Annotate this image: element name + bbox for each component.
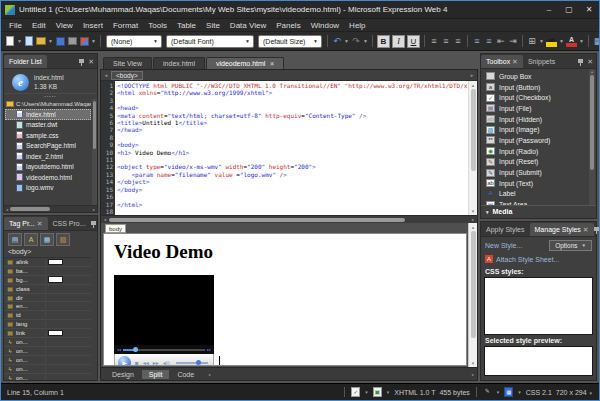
tree-root-folder[interactable]: C:\Users\Muhammad.Waqas\Do (5, 100, 91, 109)
increase-indent-button[interactable]: ⇥ (507, 34, 519, 48)
seek-bar[interactable]: ◂◂ ▸▸ (114, 345, 214, 354)
open-dropdown[interactable]: ▼ (47, 38, 54, 44)
property-value-box[interactable] (48, 259, 63, 266)
menu-tools[interactable]: Tools (143, 21, 172, 30)
align-left-button[interactable]: ≡ (428, 34, 440, 48)
visual-aids-icon[interactable]: ✎ (483, 387, 492, 397)
scroll-left-arrow-icon[interactable]: ◂ (104, 217, 106, 222)
property-row-link[interactable]: ▤link (4, 329, 91, 338)
menu-help[interactable]: Help (344, 21, 370, 30)
menu-data-view[interactable]: Data View (225, 21, 271, 30)
view-tab-code[interactable]: Code (170, 370, 201, 379)
design-canvas[interactable]: Video Demo ◂◂ ▸▸ ▶ ■ (103, 233, 467, 366)
minimize-button[interactable]: – (539, 1, 559, 18)
compatibility-icon[interactable]: ▣ (373, 387, 382, 397)
align-right-button[interactable]: ≡ (452, 34, 464, 48)
bullet-list-button[interactable]: ≡ (483, 34, 495, 48)
file-layoutdemo-html[interactable]: layoutdemo.html (5, 162, 91, 173)
chevron-down-icon[interactable]: ▼ (364, 390, 368, 395)
property-row-on[interactable]: ϟon... (4, 365, 91, 374)
property-value[interactable] (46, 330, 91, 337)
tab-manage-styles[interactable]: Manage Styles ✕ (530, 223, 594, 236)
property-value-box[interactable] (48, 276, 63, 283)
volume-slider[interactable] (176, 362, 208, 364)
table-dropdown[interactable]: ▼ (538, 38, 545, 44)
pin-icon[interactable] (594, 227, 599, 231)
property-row-class[interactable]: ▤class (4, 285, 91, 294)
decrease-indent-button[interactable]: ⇤ (495, 34, 507, 48)
tab-site-view[interactable]: Site View (103, 57, 152, 69)
file-sample-css[interactable]: sample.css (5, 130, 91, 141)
underline-button[interactable]: U (407, 35, 420, 48)
close-button[interactable]: ✕ (579, 1, 599, 18)
new-document-button[interactable] (4, 34, 16, 48)
summary-button[interactable]: ▧ (56, 233, 70, 246)
toolbox-scrollbar[interactable]: ▴ (589, 69, 595, 205)
tab-apply-styles[interactable]: Apply Styles (481, 222, 530, 236)
scroll-down-arrow-icon[interactable]: ▾ (472, 208, 475, 214)
attach-stylesheet-row[interactable]: A Attach Style Sheet... (481, 252, 596, 266)
doctype-label[interactable]: XHTML 1.0 T (394, 389, 435, 396)
tab-videodemo-html[interactable]: videodemo.html✕ (206, 57, 284, 69)
highlight-button[interactable]: ab (545, 34, 558, 48)
attach-stylesheet-link[interactable]: Attach Style Sheet... (496, 256, 559, 263)
file-logo-wmv[interactable]: logo.wmv (5, 183, 91, 194)
borders-button[interactable]: ▦ (592, 34, 600, 48)
menu-file[interactable]: File (4, 21, 27, 30)
tab-index-html[interactable]: index.html (153, 57, 205, 69)
maximize-button[interactable]: ▢ (559, 1, 579, 18)
media-player[interactable]: ◂◂ ▸▸ ▶ ■ ◂◂ ▸▸ ◂)) (114, 275, 214, 366)
print-button[interactable] (66, 34, 78, 48)
tab-toolbox[interactable]: Toolbox ✕ (481, 55, 523, 68)
property-value-box[interactable] (48, 330, 63, 337)
toolbox-item-input-radio[interactable]: ◉Input (Radio) (486, 146, 587, 157)
italic-button[interactable]: I (392, 35, 405, 48)
view-tab-design[interactable]: Design (105, 370, 141, 379)
design-vertical-scrollbar[interactable]: ▴ ▾ (468, 223, 477, 367)
pin-icon[interactable] (91, 221, 96, 225)
font-color-dropdown[interactable]: ▼ (578, 38, 585, 44)
alphabetical-view-button[interactable]: A (24, 233, 38, 246)
property-row-on[interactable]: ϟon... (4, 347, 91, 356)
code-editor[interactable]: <!DOCTYPE html PUBLIC "-//W3C//DTD XHTML… (115, 81, 468, 215)
mute-button[interactable]: ◂)) (163, 360, 170, 366)
property-row-id[interactable]: ▤id (4, 311, 91, 320)
file-index-2-html[interactable]: index_2.html (5, 151, 91, 162)
style-select[interactable]: (None)▼ (106, 35, 162, 48)
file-videodemo-html[interactable]: videodemo.html (5, 172, 91, 183)
undo-dropdown[interactable]: ▼ (343, 38, 350, 44)
toolbox-item-input-image[interactable]: ▨Input (Image) (486, 124, 587, 135)
breadcrumb-right-arrow-icon[interactable]: ▸ (467, 72, 477, 78)
toolbox-item-input-reset[interactable]: ✎Input (Reset) (486, 157, 587, 168)
play-button[interactable]: ▶ (118, 356, 131, 366)
redo-button[interactable]: ↷ (350, 34, 362, 48)
property-row-ba[interactable]: ▤ba... (4, 267, 91, 276)
bold-button[interactable]: B (377, 35, 390, 48)
css-styles-list[interactable] (484, 277, 593, 335)
next-button[interactable]: ▸▸ (153, 360, 159, 366)
toolbox-item-input-hidden[interactable]: abInput (Hidden) (486, 114, 587, 125)
save-button[interactable] (54, 34, 66, 48)
property-row-en[interactable]: ▤en... (4, 302, 91, 311)
tab-snippets[interactable]: Snippets (523, 54, 560, 68)
categorized-view-button[interactable]: ▤ (8, 233, 22, 246)
close-icon[interactable]: ✕ (581, 226, 589, 233)
file-index-html[interactable]: index.html (5, 109, 91, 120)
font-select[interactable]: (Default Font)▼ (166, 35, 254, 48)
property-row-on[interactable]: ϟon... (4, 374, 91, 380)
tab-tag-properties[interactable]: Tag Pr... ✕ (4, 217, 48, 230)
code-horizontal-scrollbar[interactable]: ◂ ▸ (101, 215, 477, 223)
menu-edit[interactable]: Edit (27, 21, 51, 30)
property-row-on[interactable]: ϟon... (4, 338, 91, 347)
toolbox-item-input-text[interactable]: abInput (Text) (486, 178, 587, 189)
align-center-button[interactable]: ≡ (440, 34, 452, 48)
close-icon[interactable]: ✕ (88, 58, 94, 65)
property-row-bg[interactable]: ▤bg... (4, 276, 91, 285)
new-html-page-button[interactable] (23, 34, 35, 48)
toolbox-item-input-checkbox[interactable]: ✓Input (Checkbox) (486, 92, 587, 103)
toolbox-item-text-area[interactable]: ▤Text Area (486, 199, 587, 205)
property-value[interactable] (46, 259, 91, 266)
menu-table[interactable]: Table (172, 21, 201, 30)
chevron-down-icon[interactable]: ▼ (496, 390, 500, 395)
property-value[interactable] (46, 276, 91, 283)
